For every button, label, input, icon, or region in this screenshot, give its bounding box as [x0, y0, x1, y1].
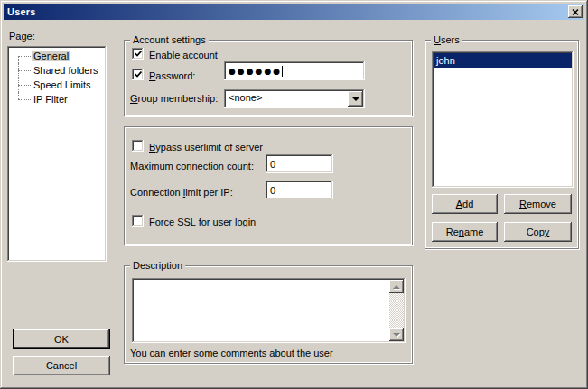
tree-item-shared-folders[interactable]: Shared folders [7, 63, 107, 78]
checkmark-icon [135, 71, 142, 78]
text-cursor [282, 66, 283, 77]
add-button-label: Add [456, 199, 474, 209]
force-ssl-checkbox[interactable] [132, 215, 144, 227]
tree-item-speed-limits[interactable]: Speed Limits [7, 78, 107, 92]
group-membership-value: <none> [229, 92, 262, 103]
vertical-scrollbar[interactable] [389, 280, 404, 341]
cancel-button[interactable]: Cancel [13, 356, 110, 375]
tree-item-label: Speed Limits [32, 79, 93, 90]
ok-button-label: OK [54, 334, 69, 345]
rename-button-label: Rename [446, 227, 484, 237]
tree-item-label: IP Filter [32, 94, 70, 105]
tree-item-label: General [32, 51, 70, 61]
password-input[interactable]: ●●●●●● [224, 61, 365, 80]
copy-button-label: Copy [527, 227, 550, 237]
scroll-down-icon [393, 333, 400, 337]
bypass-userlimit-label[interactable]: Bypass userlimit of server [149, 142, 263, 153]
connection-limit-per-ip-input[interactable]: 0 [266, 181, 333, 199]
user-name: john [436, 55, 455, 66]
scroll-down-button[interactable] [389, 328, 404, 341]
page-tree: General Shared folders Speed Limits IP F… [7, 46, 107, 262]
password-masked-value: ●●●●●● [229, 67, 282, 76]
cancel-button-label: Cancel [46, 360, 77, 371]
users-dialog: Users Page: General Shared folders Speed… [0, 0, 588, 389]
connection-limit-per-ip-value: 0 [270, 185, 275, 196]
enable-account-label[interactable]: Enable account [149, 50, 218, 60]
dropdown-button[interactable] [348, 91, 363, 107]
description-title: Description [130, 260, 185, 272]
password-label[interactable]: Password: [149, 70, 195, 81]
scroll-up-icon [393, 285, 400, 289]
remove-button[interactable]: Remove [504, 194, 572, 214]
connection-limit-per-ip-label: Connection limit per IP: [130, 187, 233, 198]
add-button[interactable]: Add [432, 194, 498, 214]
group-membership-label: Group membership: [130, 93, 218, 104]
users-listbox[interactable]: john [432, 51, 574, 188]
checkmark-icon [135, 51, 142, 57]
bypass-userlimit-checkbox[interactable] [132, 140, 144, 152]
tree-item-label: Shared folders [32, 65, 100, 76]
account-settings-title: Account settings [130, 34, 209, 46]
user-list-item[interactable]: john [434, 53, 572, 68]
tree-item-general[interactable]: General [7, 49, 107, 63]
description-hint: You can enter some comments about the us… [130, 347, 333, 358]
close-button[interactable] [568, 5, 583, 18]
connection-settings-group: Bypass userlimit of server Maximum conne… [124, 126, 413, 245]
force-ssl-label[interactable]: Force SSL for user login [149, 217, 256, 227]
max-connection-count-input[interactable]: 0 [266, 154, 333, 173]
rename-button[interactable]: Rename [432, 222, 498, 242]
window-title: Users [4, 6, 36, 17]
tree-item-ip-filter[interactable]: IP Filter [7, 92, 107, 107]
max-connection-count-label: Maximum connection count: [130, 161, 254, 171]
page-label: Page: [9, 31, 35, 42]
max-connection-count-value: 0 [270, 159, 275, 170]
account-settings-group: Account settings Enable account Password… [124, 40, 413, 116]
description-textarea[interactable] [132, 278, 406, 343]
close-icon [572, 9, 579, 15]
users-group-title: Users [431, 34, 462, 46]
users-group: Users john Add Remove Rename Copy [425, 40, 579, 249]
password-checkbox[interactable] [132, 69, 144, 80]
scroll-up-button[interactable] [389, 280, 404, 293]
titlebar[interactable]: Users [4, 4, 584, 20]
chevron-down-icon [352, 97, 359, 101]
enable-account-checkbox[interactable] [132, 48, 144, 60]
ok-button[interactable]: OK [13, 329, 110, 349]
description-group: Description You can enter some comments … [124, 265, 413, 364]
remove-button-label: Remove [519, 199, 556, 209]
group-membership-select[interactable]: <none> [224, 89, 365, 108]
copy-button[interactable]: Copy [504, 222, 572, 242]
